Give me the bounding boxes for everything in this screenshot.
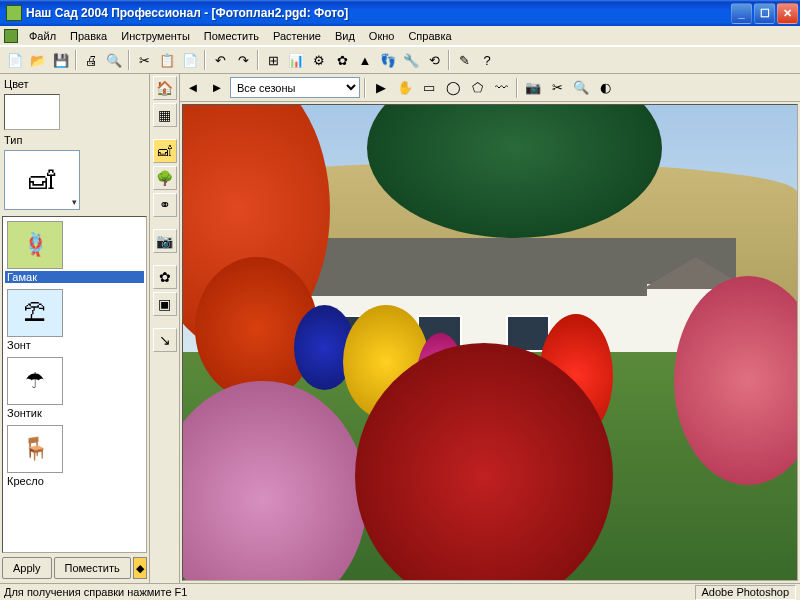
bench-icon: 🛋 (29, 165, 55, 196)
separator (448, 50, 450, 70)
tool-b-button[interactable]: 📊 (285, 49, 307, 71)
help-button[interactable]: ? (476, 49, 498, 71)
print-button[interactable]: 🖨 (80, 49, 102, 71)
warn-icon[interactable]: ◆ (133, 557, 147, 579)
nav-right-button[interactable]: ► (206, 77, 228, 99)
house-tool[interactable]: 🏠 (153, 76, 177, 100)
copy-button[interactable]: 📋 (156, 49, 178, 71)
apply-button[interactable]: Apply (2, 557, 52, 579)
tool-a-button[interactable]: ⊞ (262, 49, 284, 71)
zoom-tool[interactable]: 🔍 (570, 77, 592, 99)
undo-button[interactable]: ↶ (209, 49, 231, 71)
select-lasso-tool[interactable]: ◯ (442, 77, 464, 99)
list-item-label: Зонт (5, 339, 144, 351)
furniture-tool[interactable]: 🛋 (153, 139, 177, 163)
button-row: Apply Поместить ◆ (2, 555, 147, 581)
side-toolbar: 🏠 ▦ 🛋 🌳 ⚭ 📷 ✿ ▣ ↘ (150, 74, 180, 583)
cut-button[interactable]: ✂ (133, 49, 155, 71)
main-toolbar: 📄 📂 💾 🖨 🔍 ✂ 📋 📄 ↶ ↷ ⊞ 📊 ⚙ ✿ ▲ 👣 🔧 ⟲ ✎ ? (0, 46, 800, 74)
tool-f-button[interactable]: 👣 (377, 49, 399, 71)
select-free-tool[interactable]: 〰 (490, 77, 512, 99)
window-title: Наш Сад 2004 Профессионал - [Фотоплан2.p… (26, 6, 729, 20)
separator (75, 50, 77, 70)
properties-panel: Цвет Тип 🛋 🪢 Гамак ⛱ Зонт ☂ Зонтик 🪑 Кре… (0, 74, 150, 583)
main-area: ◄ ► Все сезоны ▶ ✋ ▭ ◯ ⬠ 〰 📷 ✂ 🔍 ◐ (180, 74, 800, 583)
menu-plant[interactable]: Растение (266, 28, 328, 44)
tool-h-button[interactable]: ⟲ (423, 49, 445, 71)
tool-g-button[interactable]: 🔧 (400, 49, 422, 71)
tool-e-button[interactable]: ▲ (354, 49, 376, 71)
adjust-tool[interactable]: ◐ (594, 77, 616, 99)
separator (516, 78, 518, 98)
tree-tool[interactable]: 🌳 (153, 166, 177, 190)
chair-icon: 🪑 (7, 425, 63, 473)
season-select[interactable]: Все сезоны (230, 77, 360, 98)
menu-help[interactable]: Справка (401, 28, 458, 44)
workspace: Цвет Тип 🛋 🪢 Гамак ⛱ Зонт ☂ Зонтик 🪑 Кре… (0, 74, 800, 583)
minimize-button[interactable]: _ (731, 3, 752, 24)
list-item-label: Гамак (5, 271, 144, 283)
menu-place[interactable]: Поместить (197, 28, 266, 44)
separator (364, 78, 366, 98)
hand-tool[interactable]: ✋ (394, 77, 416, 99)
tool-d-button[interactable]: ✿ (331, 49, 353, 71)
doc-icon[interactable] (4, 29, 18, 43)
tool-i-button[interactable]: ✎ (453, 49, 475, 71)
parasol-icon: ☂ (7, 357, 63, 405)
crop-tool[interactable]: ✂ (546, 77, 568, 99)
open-button[interactable]: 📂 (27, 49, 49, 71)
item-list[interactable]: 🪢 Гамак ⛱ Зонт ☂ Зонтик 🪑 Кресло (2, 216, 147, 553)
menubar: Файл Правка Инструменты Поместить Растен… (0, 26, 800, 46)
list-item[interactable]: ⛱ Зонт (3, 285, 146, 353)
paste-button[interactable]: 📄 (179, 49, 201, 71)
arrow-tool[interactable]: ↘ (153, 328, 177, 352)
list-item[interactable]: ☂ Зонтик (3, 353, 146, 421)
color-label: Цвет (4, 78, 147, 90)
type-selector[interactable]: 🛋 (4, 150, 80, 210)
color-picker[interactable] (4, 94, 60, 130)
list-item[interactable]: 🪑 Кресло (3, 421, 146, 489)
fence-tool[interactable]: ▦ (153, 103, 177, 127)
list-item-label: Зонтик (5, 407, 144, 419)
link-tool[interactable]: ⚭ (153, 193, 177, 217)
save-button[interactable]: 💾 (50, 49, 72, 71)
menu-file[interactable]: Файл (22, 28, 63, 44)
select-rect-tool[interactable]: ▭ (418, 77, 440, 99)
status-slot: Adobe Photoshop (695, 585, 796, 600)
app-icon (6, 5, 22, 21)
separator (257, 50, 259, 70)
statusbar: Для получения справки нажмите F1 Adobe P… (0, 583, 800, 600)
redo-button[interactable]: ↷ (232, 49, 254, 71)
separator (128, 50, 130, 70)
select-poly-tool[interactable]: ⬠ (466, 77, 488, 99)
edit-tool[interactable]: ▣ (153, 292, 177, 316)
flower-tool[interactable]: ✿ (153, 265, 177, 289)
maximize-button[interactable]: ☐ (754, 3, 775, 24)
snapshot-tool[interactable]: 📷 (522, 77, 544, 99)
tool-c-button[interactable]: ⚙ (308, 49, 330, 71)
hammock-icon: 🪢 (7, 221, 63, 269)
menu-tools[interactable]: Инструменты (114, 28, 197, 44)
nav-left-button[interactable]: ◄ (182, 77, 204, 99)
place-button[interactable]: Поместить (54, 557, 131, 579)
view-toolbar: ◄ ► Все сезоны ▶ ✋ ▭ ◯ ⬠ 〰 📷 ✂ 🔍 ◐ (180, 74, 800, 102)
close-button[interactable]: ✕ (777, 3, 798, 24)
umbrella-icon: ⛱ (7, 289, 63, 337)
menu-window[interactable]: Окно (362, 28, 402, 44)
status-help-text: Для получения справки нажмите F1 (4, 586, 187, 598)
preview-button[interactable]: 🔍 (103, 49, 125, 71)
list-item[interactable]: 🪢 Гамак (3, 217, 146, 285)
photo-canvas[interactable] (182, 104, 798, 581)
menu-view[interactable]: Вид (328, 28, 362, 44)
new-button[interactable]: 📄 (4, 49, 26, 71)
camera-tool[interactable]: 📷 (153, 229, 177, 253)
pointer-tool[interactable]: ▶ (370, 77, 392, 99)
separator (204, 50, 206, 70)
menu-edit[interactable]: Правка (63, 28, 114, 44)
type-label: Тип (4, 134, 147, 146)
titlebar: Наш Сад 2004 Профессионал - [Фотоплан2.p… (0, 0, 800, 26)
list-item-label: Кресло (5, 475, 144, 487)
